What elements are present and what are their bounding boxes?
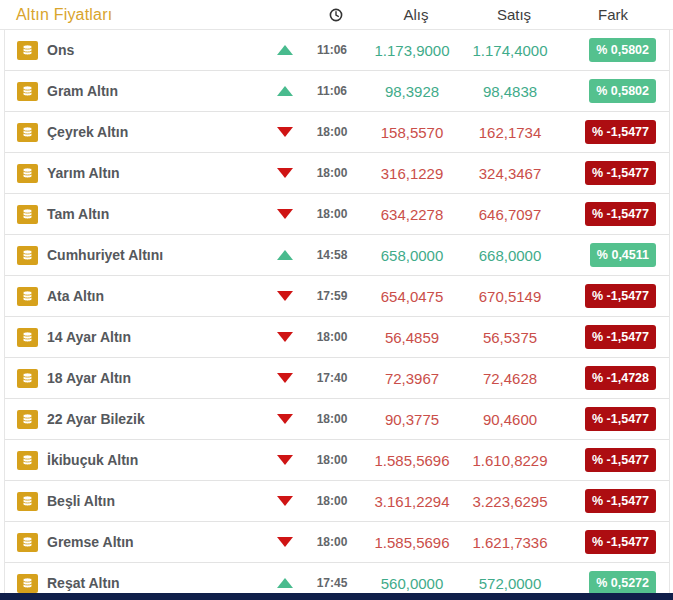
gold-coins-icon: [17, 123, 38, 142]
buy-price: 72,3967: [364, 370, 460, 387]
buy-price: 634,2278: [364, 206, 460, 223]
instrument-cell: 18 Ayar Altın: [17, 369, 270, 388]
trend-cell: [270, 291, 300, 301]
update-time: 18:00: [300, 125, 364, 139]
instrument-name: Cumhuriyet Altını: [47, 247, 163, 263]
trend-cell: [270, 537, 300, 547]
table-row[interactable]: Yarım Altın 18:00 316,1229 324,3467 % -1…: [5, 153, 669, 194]
table-row[interactable]: Beşli Altın 18:00 3.161,2294 3.223,6295 …: [5, 481, 669, 522]
update-time: 14:58: [300, 248, 364, 262]
trend-cell: [270, 578, 300, 588]
trend-arrow-icon: [277, 414, 293, 424]
trend-arrow-icon: [277, 373, 293, 383]
trend-cell: [270, 209, 300, 219]
buy-price: 1.585,5696: [364, 452, 460, 469]
trend-cell: [270, 455, 300, 465]
buy-price: 98,3928: [364, 83, 460, 100]
instrument-name: Ata Altın: [47, 288, 104, 304]
instrument-cell: Reşat Altın: [17, 574, 270, 593]
update-time: 17:59: [300, 289, 364, 303]
trend-cell: [270, 45, 300, 55]
table-row[interactable]: İkibuçuk Altın 18:00 1.585,5696 1.610,82…: [5, 440, 669, 481]
buy-price: 560,0000: [364, 575, 460, 592]
time-column-header: [304, 8, 368, 22]
instrument-cell: 22 Ayar Bilezik: [17, 410, 270, 429]
trend-cell: [270, 250, 300, 260]
gold-coins-icon: [17, 82, 38, 101]
trend-cell: [270, 332, 300, 342]
instrument-cell: Ons: [17, 41, 270, 60]
trend-cell: [270, 86, 300, 96]
gold-coins-icon: [17, 41, 38, 60]
gold-coins-icon: [17, 574, 38, 593]
sell-price: 1.174,4000: [460, 42, 560, 59]
table-row[interactable]: Cumhuriyet Altını 14:58 658,0000 668,000…: [5, 235, 669, 276]
trend-cell: [270, 127, 300, 137]
table-header: Altın Fiyatları Alış Satış Fark: [0, 0, 673, 30]
trend-cell: [270, 168, 300, 178]
instrument-name: Beşli Altın: [47, 493, 115, 509]
price-table: Ons 11:06 1.173,9000 1.174,4000 % 0,5802: [4, 30, 670, 600]
table-row[interactable]: Gremse Altın 18:00 1.585,5696 1.621,7336…: [5, 522, 669, 563]
instrument-cell: Beşli Altın: [17, 492, 270, 511]
instrument-name: İkibuçuk Altın: [47, 452, 138, 468]
trend-arrow-icon: [277, 86, 293, 96]
instrument-name: Gremse Altın: [47, 534, 134, 550]
table-row[interactable]: 14 Ayar Altın 18:00 56,4859 56,5375 % -1…: [5, 317, 669, 358]
instrument-cell: Cumhuriyet Altını: [17, 246, 270, 265]
sell-price: 56,5375: [460, 329, 560, 346]
change-badge: % -1,5477: [585, 448, 656, 472]
gold-coins-icon: [17, 492, 38, 511]
trend-arrow-icon: [277, 455, 293, 465]
change-cell: % 0,4511: [560, 243, 658, 267]
update-time: 18:00: [300, 412, 364, 426]
buy-price: 1.173,9000: [364, 42, 460, 59]
table-row[interactable]: Gram Altın 11:06 98,3928 98,4838 % 0,580…: [5, 71, 669, 112]
instrument-name: Tam Altın: [47, 206, 109, 222]
table-row[interactable]: Tam Altın 18:00 634,2278 646,7097 % -1,5…: [5, 194, 669, 235]
table-row[interactable]: Ons 11:06 1.173,9000 1.174,4000 % 0,5802: [5, 30, 669, 71]
change-cell: % -1,5477: [560, 448, 658, 472]
table-row[interactable]: Ata Altın 17:59 654,0475 670,5149 % -1,5…: [5, 276, 669, 317]
table-row[interactable]: 18 Ayar Altın 17:40 72,3967 72,4628 % -1…: [5, 358, 669, 399]
instrument-cell: Gremse Altın: [17, 533, 270, 552]
change-badge: % 0,5802: [589, 79, 656, 103]
trend-cell: [270, 373, 300, 383]
change-cell: % -1,5477: [560, 489, 658, 513]
update-time: 11:06: [300, 84, 364, 98]
instrument-cell: Tam Altın: [17, 205, 270, 224]
change-cell: % -1,5477: [560, 284, 658, 308]
trend-arrow-icon: [277, 209, 293, 219]
column-header-buy: Alış: [368, 6, 464, 23]
update-time: 18:00: [300, 453, 364, 467]
instrument-cell: Gram Altın: [17, 82, 270, 101]
instrument-name: Çeyrek Altın: [47, 124, 128, 140]
column-header-sell: Satış: [464, 6, 564, 23]
instrument-name: Gram Altın: [47, 83, 118, 99]
table-row[interactable]: 22 Ayar Bilezik 18:00 90,3775 90,4600 % …: [5, 399, 669, 440]
table-row[interactable]: Çeyrek Altın 18:00 158,5570 162,1734 % -…: [5, 112, 669, 153]
update-time: 18:00: [300, 207, 364, 221]
update-time: 18:00: [300, 535, 364, 549]
buy-price: 1.585,5696: [364, 534, 460, 551]
change-cell: % 0,5802: [560, 79, 658, 103]
gold-coins-icon: [17, 246, 38, 265]
sell-price: 90,4600: [460, 411, 560, 428]
instrument-cell: 14 Ayar Altın: [17, 328, 270, 347]
change-badge: % 0,5802: [589, 38, 656, 62]
change-cell: % -1,5477: [560, 202, 658, 226]
sell-price: 3.223,6295: [460, 493, 560, 510]
sell-price: 98,4838: [460, 83, 560, 100]
instrument-name: 18 Ayar Altın: [47, 370, 131, 386]
update-time: 18:00: [300, 494, 364, 508]
gold-coins-icon: [17, 205, 38, 224]
sell-price: 72,4628: [460, 370, 560, 387]
sell-price: 162,1734: [460, 124, 560, 141]
clock-icon: [329, 8, 343, 22]
change-cell: % -1,4728: [560, 366, 658, 390]
update-time: 11:06: [300, 43, 364, 57]
gold-coins-icon: [17, 533, 38, 552]
change-cell: % -1,5477: [560, 120, 658, 144]
trend-cell: [270, 414, 300, 424]
change-badge: % -1,5477: [585, 161, 656, 185]
